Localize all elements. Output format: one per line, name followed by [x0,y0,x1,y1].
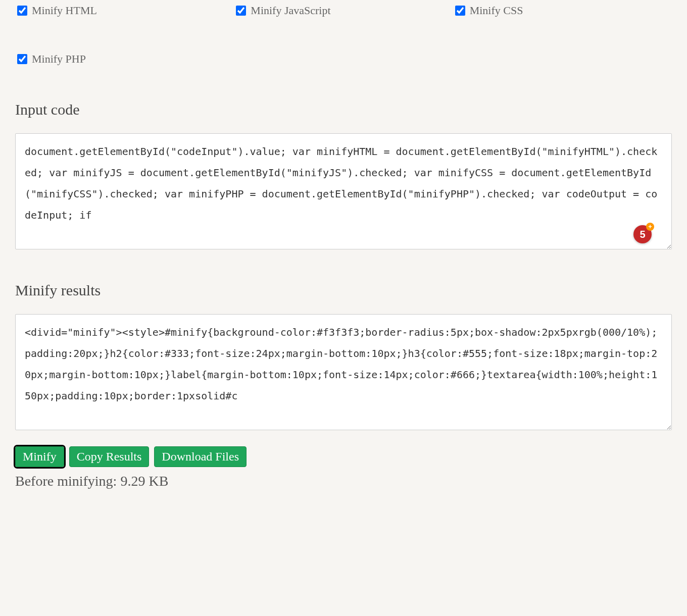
option-minify-js[interactable]: Minify JavaScript [234,4,453,17]
output-code-textarea[interactable] [15,314,672,430]
notification-badge-icon[interactable]: 5 [633,225,652,243]
copy-results-button[interactable]: Copy Results [69,446,150,467]
option-minify-php[interactable]: Minify PHP [15,53,234,66]
status-before-label: Before minifying: [15,473,117,489]
checkbox-minify-html[interactable] [17,6,27,16]
status-before-size: Before minifying: 9.29 KB [15,473,672,489]
input-code-heading: Input code [15,101,672,118]
minify-button[interactable]: Minify [15,446,64,467]
option-minify-css[interactable]: Minify CSS [453,4,672,17]
option-label: Minify CSS [470,4,523,17]
download-files-button[interactable]: Download Files [154,446,247,467]
option-label: Minify HTML [32,4,97,17]
minify-options-grid: Minify HTML Minify JavaScript Minify CSS… [15,4,672,66]
checkbox-minify-php[interactable] [17,54,27,64]
option-label: Minify PHP [32,53,86,66]
input-code-textarea[interactable] [15,133,672,249]
checkbox-minify-js[interactable] [236,6,246,16]
status-before-value: 9.29 KB [120,473,168,489]
checkbox-minify-css[interactable] [455,6,465,16]
option-minify-html[interactable]: Minify HTML [15,4,234,17]
action-button-row: Minify Copy Results Download Files [15,446,672,467]
minify-results-heading: Minify results [15,282,672,299]
option-label: Minify JavaScript [251,4,330,17]
